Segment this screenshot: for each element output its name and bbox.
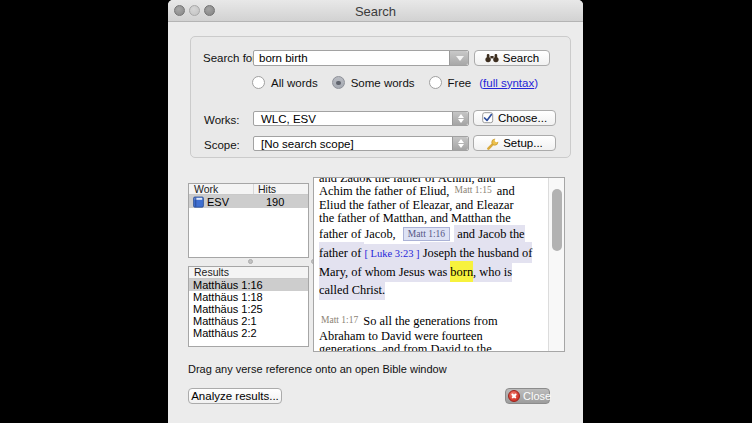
scope-popup[interactable]: [No search scope] bbox=[253, 136, 469, 151]
works-label: Works: bbox=[204, 114, 240, 126]
choose-button-label: Choose... bbox=[498, 112, 547, 124]
scrollbar-thumb[interactable] bbox=[552, 189, 562, 251]
verse-ref: Matt 1:15 bbox=[453, 185, 494, 195]
close-button[interactable]: Close bbox=[505, 388, 550, 404]
verse-text-segment: Achim the father of Eliud, bbox=[319, 184, 453, 198]
column-header-hits[interactable]: Hits bbox=[253, 184, 308, 194]
window-title: Search bbox=[168, 4, 583, 19]
paren-close: ) bbox=[534, 77, 538, 89]
full-syntax: (full syntax) bbox=[479, 77, 538, 89]
results-header: Results bbox=[189, 267, 308, 279]
verse-text-segment: and bbox=[494, 184, 515, 198]
title-bar[interactable]: Search bbox=[168, 0, 583, 22]
list-item[interactable]: Matthäus 2:1 bbox=[189, 315, 308, 327]
scope-label: Scope: bbox=[204, 139, 240, 151]
radio-label-some-words: Some words bbox=[351, 77, 415, 89]
verse-text-segment: So all the generations from bbox=[360, 314, 497, 328]
highlighted-text: father of bbox=[319, 242, 364, 263]
verse-line: father of Jacob, Matt 1:16 and Jacob the bbox=[319, 226, 534, 243]
verse-text-segment: father of Jacob, bbox=[319, 227, 399, 241]
hits-table: Work Hits ESV190 bbox=[188, 183, 309, 258]
highlighted-text: Joseph the husband of bbox=[420, 242, 533, 263]
scope-popup-value: [No search scope] bbox=[261, 138, 354, 150]
verse-line: Mary, of whom Jesus was born, who is bbox=[319, 262, 534, 280]
verse-text-segment: Abraham to David were fourteen bbox=[319, 329, 483, 343]
search-options-group: Search for: Search All wordsSome wordsFr… bbox=[190, 36, 571, 158]
verse-ref: Matt 1:17 bbox=[319, 315, 360, 325]
hit-word: born bbox=[450, 261, 473, 282]
setup-button[interactable]: Setup... bbox=[473, 135, 556, 151]
choose-button[interactable]: Choose... bbox=[473, 110, 556, 126]
verse-line: Achim the father of Eliud, Matt 1:15 and bbox=[319, 185, 534, 199]
list-item[interactable]: Matthäus 2:2 bbox=[189, 327, 308, 339]
binoculars-icon bbox=[485, 53, 499, 63]
verse-line: Matt 1:17 So all the generations from bbox=[319, 315, 534, 330]
splitter-handle[interactable] bbox=[248, 259, 253, 264]
search-input[interactable] bbox=[254, 51, 447, 65]
radio-label-all-words: All words bbox=[271, 77, 318, 89]
selected-verse-ref[interactable]: Matt 1:16 bbox=[403, 227, 450, 241]
search-window: Search Search for: Search All wordsSome … bbox=[168, 0, 583, 423]
verse-text-segment: generations, and from David to the bbox=[319, 342, 492, 353]
search-button-label: Search bbox=[503, 52, 539, 64]
verse-line: called Christ. bbox=[319, 280, 534, 298]
search-for-label: Search for: bbox=[203, 52, 259, 64]
radio-free[interactable] bbox=[429, 76, 442, 89]
popup-stepper-icon bbox=[452, 137, 468, 150]
list-item[interactable]: Matthäus 1:18 bbox=[189, 291, 308, 303]
verse-text: and Zadok the father of Achim, andAchim … bbox=[319, 177, 534, 352]
chevron-down-icon bbox=[456, 56, 464, 61]
wrench-icon bbox=[486, 137, 499, 150]
analyze-results-label: Analyze results... bbox=[191, 390, 279, 402]
verse-text-segment: the father of Matthan, and Matthan the bbox=[319, 211, 511, 225]
word-mode-radios: All wordsSome wordsFree(full syntax) bbox=[252, 75, 538, 90]
highlighted-text: and Jacob the bbox=[454, 225, 525, 243]
list-item[interactable]: Matthäus 1:25 bbox=[189, 303, 308, 315]
hit-count: 190 bbox=[261, 196, 284, 208]
verse-text-panel: and Zadok the father of Achim, andAchim … bbox=[313, 177, 565, 352]
close-x-icon bbox=[508, 390, 520, 402]
screen: Search Search for: Search All wordsSome … bbox=[0, 0, 752, 423]
checkbox-icon bbox=[482, 112, 494, 124]
results-header-label: Results bbox=[189, 267, 253, 278]
hits-table-body: ESV190 bbox=[189, 195, 308, 208]
full-syntax-link[interactable]: full syntax bbox=[483, 77, 534, 89]
cross-ref-link[interactable]: [ Luke 3:23 ] bbox=[364, 244, 419, 262]
results-list: Results Matthäus 1:16Matthäus 1:18Matthä… bbox=[188, 266, 309, 347]
work-name: ESV bbox=[207, 196, 261, 208]
search-combobox[interactable] bbox=[253, 50, 469, 66]
search-button[interactable]: Search bbox=[474, 50, 550, 66]
works-popup[interactable]: WLC, ESV bbox=[253, 111, 469, 126]
radio-some-words[interactable] bbox=[332, 76, 345, 89]
popup-stepper-icon bbox=[452, 112, 468, 125]
combo-dropdown-button[interactable] bbox=[449, 51, 468, 65]
setup-button-label: Setup... bbox=[503, 137, 543, 149]
verse-line: generations, and from David to the bbox=[319, 343, 534, 353]
close-button-label: Close bbox=[523, 390, 551, 402]
highlighted-text: called Christ. bbox=[319, 279, 385, 300]
vertical-scrollbar[interactable] bbox=[548, 178, 564, 351]
works-popup-value: WLC, ESV bbox=[261, 113, 316, 125]
column-header-work[interactable]: Work bbox=[189, 184, 253, 194]
verse-line: father of [ Luke 3:23 ] Joseph the husba… bbox=[319, 243, 534, 262]
highlighted-text: , who is bbox=[473, 261, 512, 282]
radio-all-words[interactable] bbox=[252, 76, 265, 89]
list-item[interactable]: Matthäus 1:16 bbox=[189, 279, 308, 291]
verse-text-segment: Eliud the father of Eleazar, and Eleazar bbox=[319, 198, 514, 212]
radio-label-free: Free bbox=[448, 77, 472, 89]
book-icon bbox=[193, 196, 204, 208]
results-list-body: Matthäus 1:16Matthäus 1:18Matthäus 1:25M… bbox=[189, 279, 308, 339]
hits-table-header[interactable]: Work Hits bbox=[189, 184, 308, 195]
verse-line: the father of Matthan, and Matthan the bbox=[319, 212, 534, 225]
analyze-results-button[interactable]: Analyze results... bbox=[188, 388, 282, 404]
table-row[interactable]: ESV190 bbox=[189, 195, 308, 208]
drag-hint-text: Drag any verse reference onto an open Bi… bbox=[188, 363, 447, 375]
